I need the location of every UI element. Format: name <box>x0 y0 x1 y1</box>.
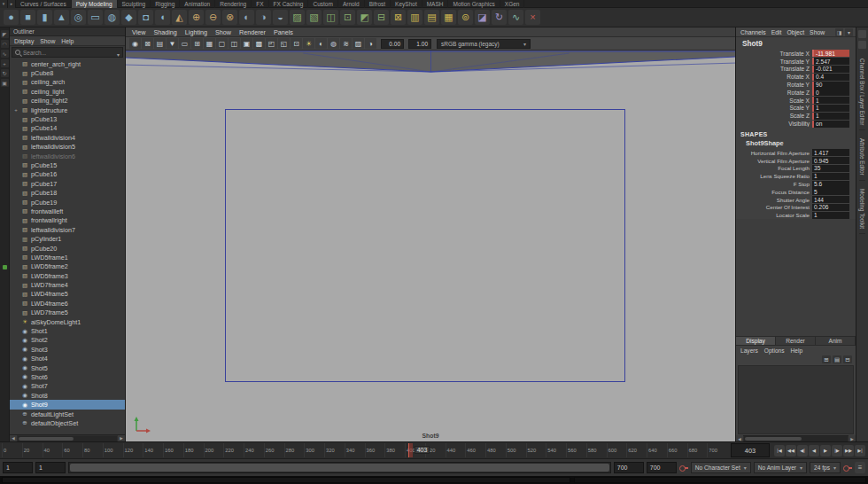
sidebar-tab[interactable]: Channel Box / Layer Editor <box>859 54 865 130</box>
shelf-icon[interactable]: ⊟ <box>374 10 389 25</box>
outliner-item[interactable]: ◉ Shot5 <box>10 363 125 372</box>
character-set-key-icon[interactable] <box>679 464 688 472</box>
viewport-tool-icon[interactable]: ▭ <box>179 38 190 49</box>
playback-button[interactable]: ▶ <box>820 445 831 457</box>
shelf-tab[interactable]: FX <box>252 0 268 8</box>
layer-editor-tab[interactable]: Render <box>776 337 816 345</box>
shelf-tab[interactable]: XGen <box>500 0 525 8</box>
shelf-icon[interactable]: ● <box>4 10 19 25</box>
animation-preferences-icon[interactable] <box>855 462 865 473</box>
layer-editor-tab[interactable]: Display <box>736 337 776 345</box>
outliner-item[interactable]: ◉ Shot6 <box>10 372 125 381</box>
shelf-tab[interactable]: MASH <box>422 0 449 8</box>
sidebar-tab[interactable]: Modeling Toolkit <box>859 184 865 234</box>
channel-value-field[interactable]: 144 <box>812 196 849 203</box>
character-set-dropdown[interactable]: No Character Set <box>691 462 751 473</box>
outliner-item[interactable]: ▧ pCube20 <box>10 244 125 253</box>
viewport-tool-icon[interactable]: ▨ <box>353 38 364 49</box>
viewport-tool-icon[interactable]: ◍ <box>328 38 339 49</box>
outliner-item[interactable]: ▧ leftwalldivision6 <box>10 152 125 160</box>
viewport-tool-icon[interactable]: ◐ <box>315 38 327 49</box>
shelf-tab[interactable]: Rigging <box>151 0 180 8</box>
shelf-icon[interactable]: ⊚ <box>458 10 473 25</box>
playback-button[interactable]: |◀ <box>774 445 785 457</box>
shelf-icon[interactable]: ⊕ <box>189 10 204 25</box>
channel-value-field[interactable]: 0.4 <box>812 74 849 81</box>
channel-value-field[interactable]: -0.021 <box>812 66 849 73</box>
channel-value-field[interactable]: 1 <box>812 113 849 120</box>
shelf-icon[interactable]: ▧ <box>306 10 322 25</box>
shelf-icon[interactable]: ◒ <box>273 10 288 25</box>
outliner-item[interactable]: ▧ LWD5frame2 <box>10 262 125 271</box>
outliner-menu-item[interactable]: Display <box>14 38 34 44</box>
range-slider-bar[interactable] <box>70 464 609 472</box>
layer-editor-menu-item[interactable]: Options <box>764 347 785 354</box>
outliner-item[interactable]: ▧ pCube19 <box>10 198 125 207</box>
shelf-icon[interactable]: ◆ <box>121 10 136 25</box>
auto-key-icon[interactable] <box>843 464 852 472</box>
colorspace-dropdown[interactable]: sRGB gamma (legacy) <box>437 39 531 49</box>
shelf-tab[interactable]: Rendering <box>215 0 252 8</box>
dock-icon[interactable] <box>858 30 866 38</box>
shelf-icon[interactable]: ▦ <box>441 10 456 25</box>
channel-box-menu-item[interactable]: Channels <box>740 29 766 35</box>
channel-box-menu-item[interactable]: Edit <box>771 29 782 35</box>
shelf-icon[interactable]: ▲ <box>54 10 69 25</box>
outliner-item[interactable]: ▧ LWD4frame5 <box>10 290 125 299</box>
layer-editor-button[interactable]: ⊞ <box>822 355 831 363</box>
shelf-tab[interactable]: Animation <box>180 0 215 8</box>
viewport-tool-icon[interactable]: ⊠ <box>142 38 153 49</box>
shelf-tab[interactable]: Custom <box>308 0 337 8</box>
shelf-tab[interactable]: Arnold <box>338 0 365 8</box>
scroll-track[interactable] <box>18 436 117 441</box>
viewport-menu-item[interactable]: View <box>132 28 145 36</box>
outliner-item[interactable]: ▧ pCube15 <box>10 160 125 169</box>
shelf-icon[interactable]: ▨ <box>290 10 305 25</box>
viewport-menu-item[interactable]: Shading <box>153 28 176 36</box>
outliner-item[interactable]: ▧ pCube13 <box>10 114 125 123</box>
shelf-icon[interactable]: ◫ <box>323 10 338 25</box>
playback-button[interactable]: ◀| <box>797 445 808 457</box>
viewport-menu-item[interactable]: Panels <box>274 28 293 36</box>
current-time-marker[interactable] <box>408 443 413 457</box>
shelf-icon[interactable]: ◍ <box>105 10 120 25</box>
tool-icon[interactable]: ▣ <box>1 79 9 87</box>
command-input[interactable] <box>2 477 570 483</box>
layer-editor-menu-item[interactable]: Layers <box>740 347 758 354</box>
channel-value-field[interactable]: 1 <box>812 105 849 112</box>
viewport-tool-icon[interactable]: ⊡ <box>291 38 302 49</box>
outliner-item[interactable]: ▧ ceiling_light2 <box>10 97 125 105</box>
expander-icon[interactable]: + <box>13 107 19 113</box>
viewport-menu-item[interactable]: Lighting <box>185 28 207 36</box>
outliner-item[interactable]: ▧ leftwalldivision4 <box>10 133 125 142</box>
outliner-item[interactable]: ▧ LWD5frame3 <box>10 271 125 280</box>
playback-button[interactable]: ▶| <box>855 445 865 457</box>
viewport-tool-icon[interactable]: ◫ <box>229 38 240 49</box>
tool-icon[interactable]: ◤ <box>1 30 9 38</box>
shape-node-name[interactable]: Shot9Shape <box>736 138 856 149</box>
shelf-icon[interactable]: ▭ <box>88 10 103 25</box>
shelf-icon[interactable]: ◐ <box>239 10 254 25</box>
channel-value-field[interactable]: 0.945 <box>812 157 849 164</box>
shelf-icon[interactable]: ■ <box>20 10 35 25</box>
layer-editor-tab[interactable]: Anim <box>816 337 856 345</box>
shelf-icon[interactable]: ◭ <box>172 10 187 25</box>
workspace-icon[interactable] <box>858 41 866 49</box>
outliner-item[interactable]: ◉ Shot7 <box>10 382 125 391</box>
shelf-icon[interactable]: ◖ <box>155 10 170 25</box>
shelf-icon[interactable]: ◘ <box>138 10 153 25</box>
channel-value-field[interactable]: 1 <box>812 97 849 104</box>
viewport-tool-icon[interactable]: ▢ <box>216 38 228 49</box>
gamma-field[interactable]: 1.00 <box>408 39 431 49</box>
animation-end-field[interactable]: 700 <box>647 462 677 473</box>
outliner-item[interactable]: ▧ leftwalldivision7 <box>10 225 125 234</box>
channel-value-field[interactable]: 1 <box>812 212 849 219</box>
shelf-icon[interactable]: ∿ <box>508 10 523 25</box>
tool-icon[interactable]: ↻ <box>1 69 9 77</box>
viewport-tool-icon[interactable]: ☀ <box>303 38 314 49</box>
outliner-item[interactable]: ☀ aiSkyDomeLight1 <box>10 317 125 326</box>
shelf-icon[interactable]: ◩ <box>357 10 372 25</box>
viewport-tool-icon[interactable]: ◑ <box>365 38 376 49</box>
outliner-item[interactable]: ◉ Shot4 <box>10 355 125 363</box>
playback-button[interactable]: ◀ <box>809 445 819 457</box>
